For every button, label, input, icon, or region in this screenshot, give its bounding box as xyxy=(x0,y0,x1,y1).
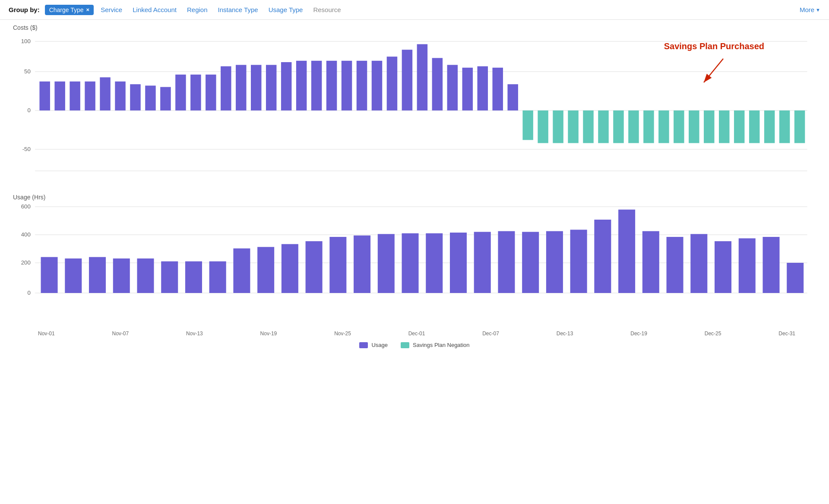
svg-rect-13 xyxy=(70,82,80,110)
nav-resource[interactable]: Resource xyxy=(310,4,344,15)
svg-text:50: 50 xyxy=(24,68,31,75)
svg-rect-43 xyxy=(522,110,533,140)
svg-rect-86 xyxy=(426,233,443,293)
svg-rect-91 xyxy=(546,231,563,293)
x-label-10: Dec-31 xyxy=(778,331,795,337)
svg-rect-44 xyxy=(538,110,548,143)
svg-rect-29 xyxy=(311,61,322,110)
svg-rect-56 xyxy=(719,110,729,143)
nav-region[interactable]: Region xyxy=(184,4,211,15)
nav-linked-account[interactable]: Linked Account xyxy=(129,4,180,15)
svg-text:0: 0 xyxy=(27,107,30,113)
legend-usage: Usage xyxy=(359,342,388,348)
svg-rect-71 xyxy=(65,258,82,293)
costs-chart-svg: 100 50 0 -50 xyxy=(13,33,816,180)
svg-rect-36 xyxy=(417,44,427,110)
svg-rect-72 xyxy=(89,257,106,293)
svg-rect-30 xyxy=(326,61,337,110)
svg-rect-42 xyxy=(507,84,518,110)
svg-rect-100 xyxy=(763,237,779,293)
x-label-5: Dec-01 xyxy=(408,331,425,337)
x-label-3: Nov-19 xyxy=(260,331,277,337)
svg-rect-16 xyxy=(115,82,125,110)
svg-rect-52 xyxy=(658,110,669,143)
svg-rect-35 xyxy=(402,50,412,110)
usage-chart-svg: 600 400 200 0 xyxy=(13,202,816,315)
more-button[interactable]: More ▼ xyxy=(800,6,820,13)
svg-rect-96 xyxy=(667,237,683,293)
costs-chart-title: Costs ($) xyxy=(13,24,816,31)
svg-rect-17 xyxy=(130,84,140,110)
svg-rect-76 xyxy=(185,261,202,293)
svg-rect-18 xyxy=(145,85,155,110)
svg-rect-75 xyxy=(161,261,178,293)
svg-rect-33 xyxy=(372,61,382,110)
svg-rect-26 xyxy=(266,65,276,110)
legend-usage-swatch xyxy=(359,342,368,348)
legend-negation: Savings Plan Negation xyxy=(401,342,470,348)
remove-filter-button[interactable]: × xyxy=(86,6,90,13)
svg-rect-49 xyxy=(613,110,623,143)
svg-rect-85 xyxy=(402,233,419,293)
nav-usage-type[interactable]: Usage Type xyxy=(265,4,307,15)
svg-rect-81 xyxy=(306,241,323,293)
svg-rect-48 xyxy=(598,110,608,143)
svg-rect-51 xyxy=(643,110,654,143)
x-label-1: Nov-07 xyxy=(112,331,129,337)
x-label-6: Dec-07 xyxy=(482,331,499,337)
svg-rect-60 xyxy=(779,110,790,143)
active-filter-chip[interactable]: Charge Type × xyxy=(45,5,94,15)
x-label-7: Dec-13 xyxy=(557,331,573,337)
svg-rect-14 xyxy=(85,82,95,110)
svg-rect-74 xyxy=(137,258,154,293)
svg-rect-27 xyxy=(281,62,291,110)
svg-rect-21 xyxy=(190,75,201,110)
x-axis-labels: Nov-01 Nov-07 Nov-13 Nov-19 Nov-25 Dec-0… xyxy=(13,329,816,337)
usage-chart-container: Usage (Hrs) 600 400 200 0 xyxy=(13,194,816,316)
svg-rect-79 xyxy=(257,247,274,293)
svg-rect-99 xyxy=(739,238,756,293)
svg-rect-31 xyxy=(342,61,352,110)
legend-negation-label: Savings Plan Negation xyxy=(413,342,470,348)
savings-plan-annotation-label: Savings Plan Purchased xyxy=(664,41,764,51)
svg-rect-37 xyxy=(432,58,443,110)
svg-rect-34 xyxy=(387,57,397,110)
costs-chart-container: Costs ($) Savings Plan Purchased xyxy=(13,24,816,181)
x-label-4: Nov-25 xyxy=(334,331,351,337)
svg-rect-55 xyxy=(704,110,714,143)
svg-rect-61 xyxy=(794,110,805,143)
x-label-2: Nov-13 xyxy=(186,331,203,337)
svg-rect-15 xyxy=(100,77,110,110)
legend-negation-swatch xyxy=(401,342,409,348)
svg-rect-97 xyxy=(690,234,707,293)
svg-rect-47 xyxy=(583,110,593,143)
svg-rect-94 xyxy=(618,210,635,293)
svg-rect-41 xyxy=(492,68,503,110)
svg-rect-83 xyxy=(354,236,370,293)
svg-text:600: 600 xyxy=(21,203,31,210)
svg-rect-90 xyxy=(522,232,539,293)
usage-chart-wrap: 600 400 200 0 xyxy=(13,202,816,316)
svg-rect-38 xyxy=(447,65,458,110)
svg-text:100: 100 xyxy=(21,38,31,44)
chart-legend: Usage Savings Plan Negation xyxy=(13,342,816,348)
svg-rect-53 xyxy=(674,110,684,143)
svg-text:0: 0 xyxy=(27,290,30,296)
svg-rect-93 xyxy=(594,220,611,293)
svg-rect-46 xyxy=(568,110,578,143)
svg-rect-11 xyxy=(39,82,50,110)
svg-text:200: 200 xyxy=(21,259,31,266)
svg-rect-70 xyxy=(41,257,58,293)
svg-rect-58 xyxy=(749,110,759,143)
svg-rect-78 xyxy=(233,249,250,293)
svg-rect-87 xyxy=(450,233,467,293)
nav-service[interactable]: Service xyxy=(97,4,126,15)
svg-rect-88 xyxy=(474,232,491,293)
svg-rect-12 xyxy=(54,82,65,110)
active-filter-label: Charge Type xyxy=(49,6,84,13)
svg-text:-50: -50 xyxy=(22,146,31,152)
svg-rect-23 xyxy=(221,66,231,110)
svg-rect-40 xyxy=(478,66,488,110)
nav-instance-type[interactable]: Instance Type xyxy=(215,4,262,15)
svg-rect-28 xyxy=(296,61,307,110)
